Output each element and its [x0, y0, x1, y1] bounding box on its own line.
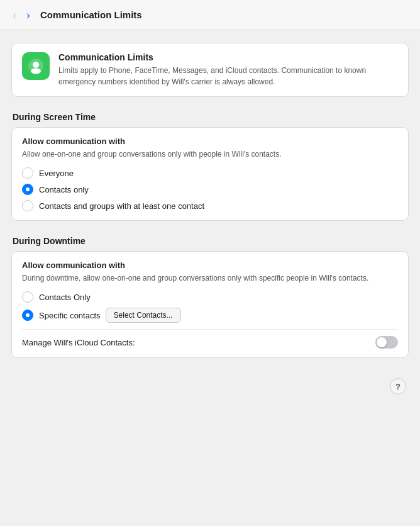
radio-specific-contacts-label: Specific contacts — [39, 311, 101, 320]
downtime-card: Allow communication with During downtime… — [11, 251, 409, 358]
screen-time-card-subtitle: Allow one-on-one and group conversations… — [22, 148, 398, 160]
radio-specific-contacts[interactable]: Specific contacts — [22, 310, 101, 321]
radio-contacts-only-circle — [22, 184, 33, 195]
radio-specific-contacts-row: Specific contacts Select Contacts... — [22, 308, 398, 323]
radio-contacts-only-label: Contacts only — [39, 185, 89, 194]
page-title: Communication Limits — [40, 9, 142, 20]
help-area: ? — [11, 373, 409, 394]
manage-icloud-label: Manage Will's iCloud Contacts: — [22, 338, 135, 347]
screen-time-card: Allow communication with Allow one-on-on… — [11, 127, 409, 221]
header: ‹ › Communication Limits — [0, 0, 420, 30]
radio-contacts-groups[interactable]: Contacts and groups with at least one co… — [22, 200, 398, 211]
select-contacts-button[interactable]: Select Contacts... — [106, 308, 181, 323]
downtime-section-title: During Downtime — [11, 236, 409, 246]
back-button[interactable]: ‹ — [10, 8, 19, 22]
radio-downtime-contacts-only[interactable]: Contacts Only — [22, 291, 398, 303]
downtime-card-subtitle: During downtime, allow one-on-one and gr… — [22, 272, 398, 284]
downtime-card-title: Allow communication with — [22, 260, 398, 270]
radio-downtime-contacts-only-label: Contacts Only — [39, 293, 91, 302]
radio-contacts-only[interactable]: Contacts only — [22, 184, 398, 195]
screen-time-section-title: During Screen Time — [11, 112, 409, 122]
screen-time-card-title: Allow communication with — [22, 137, 398, 146]
info-card: Communication Limits Limits apply to Pho… — [11, 43, 409, 97]
toggle-knob — [377, 337, 387, 347]
radio-everyone-label: Everyone — [39, 169, 74, 178]
radio-everyone-circle — [22, 167, 33, 179]
manage-icloud-toggle[interactable] — [375, 336, 398, 349]
svg-point-2 — [31, 69, 41, 74]
info-text: Communication Limits Limits apply to Pho… — [58, 52, 398, 87]
svg-point-1 — [33, 62, 39, 68]
app-icon — [22, 52, 50, 80]
radio-downtime-contacts-only-circle — [22, 291, 33, 303]
help-button[interactable]: ? — [390, 378, 406, 394]
main-content: Communication Limits Limits apply to Pho… — [0, 30, 420, 407]
manage-icloud-row: Manage Will's iCloud Contacts: — [22, 329, 398, 349]
radio-everyone[interactable]: Everyone — [22, 167, 398, 179]
radio-specific-contacts-circle — [22, 310, 33, 321]
forward-button[interactable]: › — [24, 8, 33, 22]
communication-limits-icon — [27, 57, 45, 75]
radio-contacts-groups-label: Contacts and groups with at least one co… — [39, 201, 204, 211]
info-card-title: Communication Limits — [58, 52, 398, 62]
info-card-description: Limits apply to Phone, FaceTime, Message… — [58, 65, 398, 87]
radio-contacts-groups-circle — [22, 200, 33, 211]
